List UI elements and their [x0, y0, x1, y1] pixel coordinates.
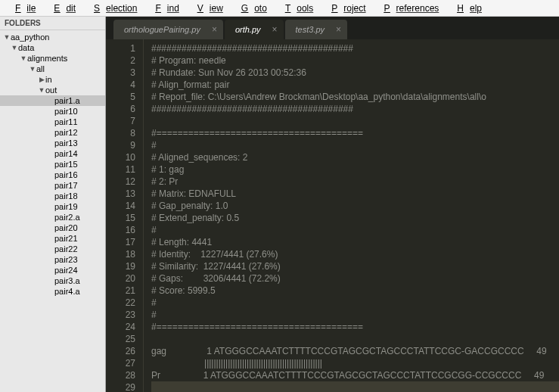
code-line: ########################################	[151, 103, 559, 115]
line-number: 19	[106, 260, 135, 272]
tab-label: orthologuePairing.py	[124, 25, 200, 34]
close-icon[interactable]: ×	[272, 24, 278, 35]
close-icon[interactable]: ×	[212, 24, 217, 35]
code-area[interactable]: 1234567891011121314151617181920212223242…	[106, 39, 559, 392]
folder-all[interactable]: ▼all	[0, 64, 105, 74]
code-content[interactable]: ########################################…	[144, 39, 559, 392]
tree-label: pair12	[54, 128, 78, 137]
code-line: # Report_file: C:\Users\Andrew Brockman\…	[151, 91, 559, 103]
menu-preferences[interactable]: Preferences	[372, 2, 446, 15]
file-pair14[interactable]: pair14	[0, 148, 105, 159]
folder-aa_python[interactable]: ▼aa_python	[0, 32, 105, 42]
menu-view[interactable]: View	[185, 2, 229, 15]
line-number: 22	[106, 297, 135, 309]
code-line: # Program: needle	[151, 54, 559, 67]
folder-tree: ▼aa_python▼data▼alignments▼all▶in▼outpai…	[0, 30, 105, 297]
file-pair10[interactable]: pair10	[0, 106, 105, 117]
line-number: 29	[106, 381, 135, 392]
file-pair12[interactable]: pair12	[0, 127, 105, 138]
code-line: # Align_format: pair	[151, 79, 559, 91]
file-pair22[interactable]: pair22	[0, 244, 105, 254]
line-number: 1	[106, 42, 135, 54]
tree-label: aa_python	[11, 33, 49, 42]
file-pair20[interactable]: pair20	[0, 222, 105, 233]
chevron-down-icon: ▼	[29, 65, 36, 73]
code-line: # 2: Pr	[151, 176, 559, 188]
tree-label: pair11	[54, 117, 78, 126]
line-number: 5	[106, 91, 135, 103]
tree-label: out	[45, 86, 57, 95]
code-line: # Aligned_sequences: 2	[151, 151, 559, 163]
file-pair19[interactable]: pair19	[0, 201, 105, 212]
line-number: 26	[106, 345, 135, 357]
code-line: # Rundate: Sun Nov 26 2013 00:52:36	[151, 67, 559, 79]
file-pair1.a[interactable]: pair1.a	[0, 95, 105, 106]
menu-edit[interactable]: Edit	[42, 2, 82, 15]
file-pair11[interactable]: pair11	[0, 117, 105, 127]
file-pair17[interactable]: pair17	[0, 180, 105, 191]
code-line: # 1: gag	[151, 163, 559, 176]
file-pair24[interactable]: pair24	[0, 265, 105, 275]
tab-orth-py[interactable]: orth.py×	[225, 20, 284, 39]
sidebar: FOLDERS ▼aa_python▼data▼alignments▼all▶i…	[0, 17, 106, 392]
tree-label: pair4.a	[54, 287, 80, 296]
line-number: 18	[106, 248, 135, 260]
close-icon[interactable]: ×	[336, 24, 341, 35]
tree-label: in	[45, 75, 52, 84]
tree-label: pair24	[54, 266, 78, 275]
tree-label: pair23	[54, 255, 78, 264]
code-line: # Matrix: EDNAFULL	[151, 188, 559, 200]
code-line: #=======================================	[151, 127, 559, 139]
code-line: # Extend_penalty: 0.5	[151, 212, 559, 224]
tab-orthologuePairing-py[interactable]: orthologuePairing.py×	[113, 20, 223, 39]
file-pair3.a[interactable]: pair3.a	[0, 275, 105, 286]
tab-bar: orthologuePairing.py×orth.py×test3.py×	[106, 17, 559, 39]
line-number: 11	[106, 163, 135, 176]
menu-find[interactable]: Find	[143, 2, 185, 15]
file-pair15[interactable]: pair15	[0, 159, 105, 170]
file-pair16[interactable]: pair16	[0, 170, 105, 180]
code-line: #	[151, 139, 559, 151]
line-number: 15	[106, 212, 135, 224]
tree-label: pair19	[54, 202, 78, 211]
folder-alignments[interactable]: ▼alignments	[0, 53, 105, 64]
folder-in[interactable]: ▶in	[0, 74, 105, 85]
menu-bar: FileEditSelectionFindViewGotoToolsProjec…	[0, 0, 559, 17]
folder-out[interactable]: ▼out	[0, 85, 105, 95]
file-pair13[interactable]: pair13	[0, 138, 105, 148]
tab-test3-py[interactable]: test3.py×	[285, 20, 348, 39]
line-number: 2	[106, 54, 135, 67]
menu-selection[interactable]: Selection	[82, 2, 143, 15]
code-line: ||||||||||||||||||||||||||||||||||||||||…	[151, 357, 559, 369]
code-line: #	[151, 309, 559, 321]
code-line: # Score: 5999.5	[151, 285, 559, 297]
tree-label: pair14	[54, 149, 78, 158]
code-line: #=======================================	[151, 321, 559, 333]
tree-label: pair20	[54, 223, 78, 232]
line-number: 13	[106, 188, 135, 200]
file-pair18[interactable]: pair18	[0, 191, 105, 201]
file-pair23[interactable]: pair23	[0, 254, 105, 265]
file-pair4.a[interactable]: pair4.a	[0, 286, 105, 297]
tree-label: pair15	[54, 160, 78, 169]
menu-help[interactable]: Help	[445, 2, 488, 15]
menu-goto[interactable]: Goto	[229, 2, 273, 15]
line-number: 4	[106, 79, 135, 91]
line-number: 21	[106, 285, 135, 297]
line-number: 14	[106, 200, 135, 212]
line-number: 27	[106, 357, 135, 369]
file-pair21[interactable]: pair21	[0, 233, 105, 244]
line-number: 6	[106, 103, 135, 115]
tree-label: pair1.a	[54, 96, 80, 105]
code-line: #	[151, 224, 559, 236]
chevron-down-icon: ▼	[3, 33, 11, 41]
menu-file[interactable]: File	[3, 2, 42, 15]
menu-project[interactable]: Project	[319, 2, 371, 15]
folder-data[interactable]: ▼data	[0, 42, 105, 53]
chevron-right-icon: ▶	[38, 76, 45, 83]
line-number: 23	[106, 309, 135, 321]
tree-label: pair10	[54, 107, 78, 116]
file-pair2.a[interactable]: pair2.a	[0, 212, 105, 222]
menu-tools[interactable]: Tools	[273, 2, 319, 15]
code-line	[151, 115, 559, 127]
